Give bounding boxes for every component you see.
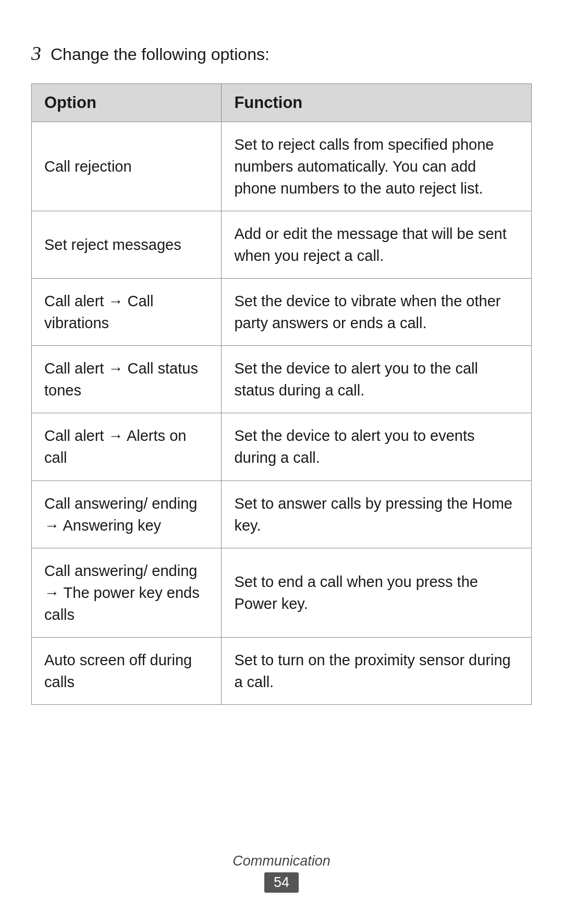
footer-section: Communication: [0, 853, 563, 869]
cell-function-3: Set the device to alert you to the call …: [222, 346, 532, 413]
cell-option-0: Call rejection: [32, 122, 222, 211]
table-row: Call alert → Call status tonesSet the de…: [32, 346, 532, 413]
cell-option-7: Auto screen off during calls: [32, 637, 222, 704]
footer-page-number: 54: [264, 872, 299, 893]
table-row: Call alert → Call vibrationsSet the devi…: [32, 279, 532, 346]
cell-function-4: Set the device to alert you to events du…: [222, 413, 532, 481]
table-row: Call rejectionSet to reject calls from s…: [32, 122, 532, 211]
cell-function-2: Set the device to vibrate when the other…: [222, 279, 532, 346]
cell-function-0: Set to reject calls from specified phone…: [222, 122, 532, 211]
cell-option-2: Call alert → Call vibrations: [32, 279, 222, 346]
cell-function-6: Set to end a call when you press the Pow…: [222, 548, 532, 637]
header-function: Function: [222, 84, 532, 122]
cell-option-5: Call answering/ ending → Answering key: [32, 481, 222, 548]
cell-option-1: Set reject messages: [32, 211, 222, 279]
table-row: Call answering/ ending → The power key e…: [32, 548, 532, 637]
table-row: Call answering/ ending → Answering keySe…: [32, 481, 532, 548]
step-heading: 3 Change the following options:: [31, 42, 532, 65]
header-option: Option: [32, 84, 222, 122]
cell-option-6: Call answering/ ending → The power key e…: [32, 548, 222, 637]
table-row: Auto screen off during callsSet to turn …: [32, 637, 532, 704]
table-row: Set reject messagesAdd or edit the messa…: [32, 211, 532, 279]
table-header-row: Option Function: [32, 84, 532, 122]
cell-function-7: Set to turn on the proximity sensor duri…: [222, 637, 532, 704]
cell-option-4: Call alert → Alerts on call: [32, 413, 222, 481]
options-table: Option Function Call rejectionSet to rej…: [31, 83, 532, 705]
page-footer: Communication 54: [0, 853, 563, 893]
cell-option-3: Call alert → Call status tones: [32, 346, 222, 413]
cell-function-1: Add or edit the message that will be sen…: [222, 211, 532, 279]
step-number: 3: [31, 42, 41, 65]
cell-function-5: Set to answer calls by pressing the Home…: [222, 481, 532, 548]
step-text: Change the following options:: [51, 45, 270, 64]
page-container: 3 Change the following options: Option F…: [0, 0, 563, 757]
table-row: Call alert → Alerts on callSet the devic…: [32, 413, 532, 481]
